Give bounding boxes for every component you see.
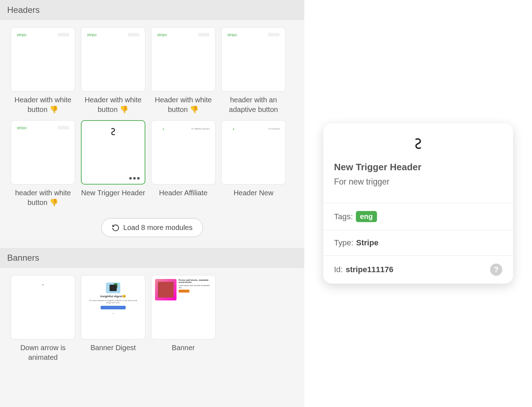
banners-grid: ⌄ Down arrow is animated Insightful dige… [0, 268, 304, 369]
module-thumbnail[interactable]: Insightful digest😊 Our team prepared an … [81, 275, 145, 339]
module-label: Header Affiliate [159, 188, 207, 198]
details-id-row: Id: stripe111176 ? [323, 255, 513, 284]
details-card: New Trigger Header For new trigger Tags:… [323, 123, 513, 284]
promo-cta [179, 290, 189, 293]
promo-text: Promo wall blocks, stackable wood blocks… [179, 279, 212, 335]
module-thumbnail-selected[interactable] [81, 120, 145, 185]
details-preview [323, 123, 513, 157]
module-card: New Trigger Header [81, 120, 145, 207]
module-card: stripo header with an adaptive button [221, 27, 286, 114]
module-thumbnail[interactable]: stripo [11, 27, 75, 92]
details-description: For new trigger [334, 177, 502, 187]
details-tags-row: Tags: eng [323, 203, 513, 230]
more-options-icon[interactable] [129, 177, 140, 180]
module-label: Banner [172, 343, 195, 353]
help-icon[interactable]: ? [490, 264, 502, 276]
reload-icon [112, 224, 120, 232]
details-type-row: Type: Stripe [323, 230, 513, 255]
module-card: ✦ for affiliate partners Header Affiliat… [151, 120, 216, 207]
chevron-down-icon: ⌄ [112, 311, 115, 315]
stripe-mark-icon [414, 138, 422, 150]
modules-panel[interactable]: Headers stripo Header with white button … [0, 0, 304, 407]
thumb-text: for business [269, 128, 280, 130]
thumb-button-placeholder [58, 33, 69, 36]
stripe-mark-icon: ✦ [162, 128, 165, 131]
thumb-button-placeholder [198, 33, 209, 36]
id-label: Id: [334, 265, 343, 274]
promo-image [155, 279, 176, 300]
digest-title: Insightful digest😊 [100, 295, 126, 298]
module-label: Banner Digest [91, 343, 136, 353]
module-thumbnail[interactable]: ⌄ [11, 275, 75, 339]
thumb-button-placeholder [268, 33, 280, 36]
banners-section-title: Banners [0, 248, 304, 268]
headers-grid: stripo Header with white button 👎 stripo… [0, 20, 304, 215]
module-thumbnail[interactable]: Promo wall blocks, stackable wood blocks… [151, 275, 216, 339]
stripo-logo-icon: stripo [17, 33, 26, 37]
module-card: ⌄ Down arrow is animated [11, 275, 75, 362]
module-label: header with an adaptive button [221, 95, 286, 114]
digest-text: Our team prepared an insightful collecti… [86, 299, 141, 304]
module-card: Insightful digest😊 Our team prepared an … [81, 275, 145, 362]
module-thumbnail[interactable]: ✦ for business [221, 120, 286, 185]
tags-label: Tags: [334, 212, 353, 221]
details-title: New Trigger Header [334, 162, 502, 173]
id-value: stripe111176 [345, 265, 393, 274]
thumb-text: for affiliate partners [192, 128, 210, 130]
module-card: stripo Header with white button 👎 [11, 27, 75, 114]
mailbox-icon [106, 283, 120, 293]
module-label: Header with white button 👎 [81, 95, 145, 114]
tag-badge[interactable]: eng [356, 211, 377, 222]
chevron-down-icon: ⌄ [41, 281, 45, 286]
module-card: stripo Header with white button 👎 [151, 27, 216, 114]
module-thumbnail[interactable]: stripo [221, 27, 286, 92]
module-thumbnail[interactable]: ✦ for affiliate partners [151, 120, 216, 185]
stripo-logo-icon: stripo [227, 33, 237, 37]
load-more-label: Load 8 more modules [123, 224, 192, 232]
module-label: New Trigger Header [81, 188, 145, 198]
type-label: Type: [334, 238, 353, 247]
module-label: header with white button 👎 [11, 188, 75, 207]
module-thumbnail[interactable]: stripo [11, 120, 75, 185]
digest-cta [101, 306, 126, 309]
stripo-logo-icon: stripo [157, 33, 167, 37]
thumb-button-placeholder [58, 126, 69, 129]
stripo-logo-icon: stripo [17, 126, 26, 130]
thumb-button-placeholder [128, 33, 139, 36]
module-card: stripo header with white button 👎 [11, 120, 75, 207]
stripe-mark-icon [110, 128, 116, 137]
module-label: Down arrow is animated [11, 343, 75, 362]
stripe-mark-icon: ✦ [232, 128, 235, 131]
module-label: Header with white button 👎 [11, 95, 75, 114]
module-thumbnail[interactable]: stripo [81, 27, 145, 92]
module-card: stripo Header with white button 👎 [81, 27, 145, 114]
load-more-button[interactable]: Load 8 more modules [101, 218, 203, 237]
module-label: Header with white button 👎 [151, 95, 216, 114]
module-card: Promo wall blocks, stackable wood blocks… [151, 275, 216, 362]
stripo-logo-icon: stripo [87, 33, 97, 37]
details-panel: New Trigger Header For new trigger Tags:… [304, 0, 532, 407]
module-card: ✦ for business Header New [221, 120, 286, 207]
module-label: Header New [233, 188, 273, 198]
module-thumbnail[interactable]: stripo [151, 27, 216, 92]
type-value: Stripe [356, 238, 378, 247]
headers-section-title: Headers [0, 0, 304, 20]
